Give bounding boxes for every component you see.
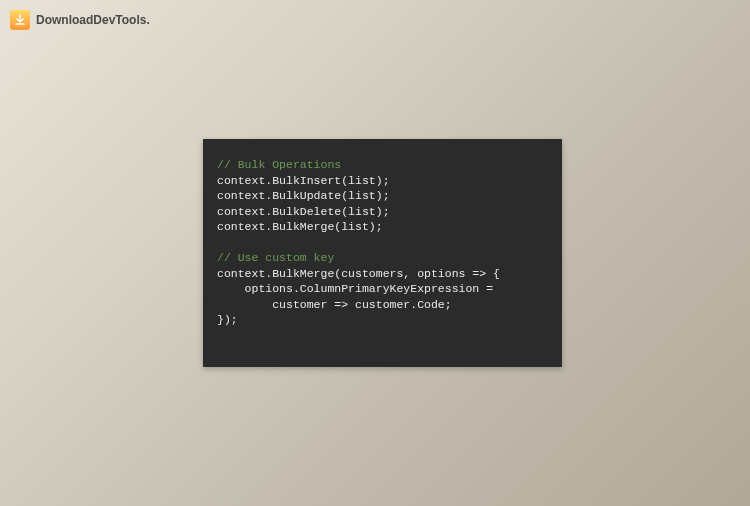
code-line: customer => customer.Code; [217,297,548,313]
code-line: context.BulkDelete(list); [217,204,548,220]
code-snippet-block: // Bulk Operations context.BulkInsert(li… [203,139,562,367]
code-line: context.BulkMerge(list); [217,219,548,235]
download-icon [10,10,30,30]
code-line: options.ColumnPrimaryKeyExpression = [217,281,548,297]
code-line: }); [217,312,548,328]
code-line: context.BulkUpdate(list); [217,188,548,204]
logo-text: DownloadDevTools. [36,13,150,27]
code-comment: // Bulk Operations [217,157,548,173]
header-logo-area: DownloadDevTools. [10,10,150,30]
code-line: context.BulkMerge(customers, options => … [217,266,548,282]
code-line: context.BulkInsert(list); [217,173,548,189]
blank-line [217,235,548,251]
code-comment: // Use custom key [217,250,548,266]
